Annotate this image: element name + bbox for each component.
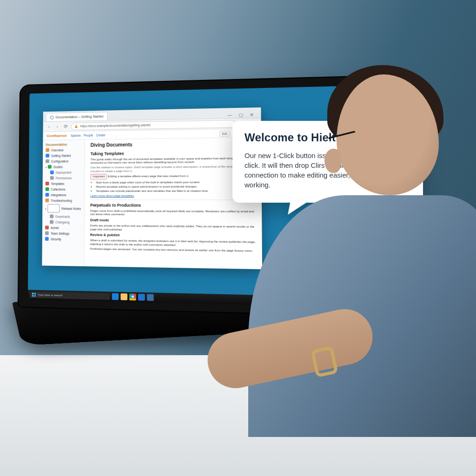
nav-forward-button[interactable]: › xyxy=(54,123,60,130)
nav-back-button[interactable]: ‹ xyxy=(46,123,52,130)
taskbar-edge-icon[interactable] xyxy=(112,293,119,300)
blue-square-icon xyxy=(46,154,49,158)
doc-bullets: Start from a blank page when none of the… xyxy=(90,180,255,193)
sidebar-item-permissions[interactable]: Permissions xyxy=(43,175,84,180)
sidebar-item-label: Permissions xyxy=(56,176,72,179)
sidebar-item-configuration[interactable]: Configuration xyxy=(43,158,84,164)
browser-window: Documentation – Getting Started — ▢ ✕ ‹ … xyxy=(42,107,262,269)
orange-square-icon xyxy=(46,148,49,152)
sidebar-item-label: Templates xyxy=(51,182,65,185)
doc-bullet-1: Start from a blank page when none of the… xyxy=(96,180,256,184)
taskbar-app-icon[interactable] xyxy=(147,294,154,301)
sidebar-item-troubleshooting[interactable]: Troubleshooting xyxy=(42,198,84,203)
doc-p3c: Published pages are versioned. You can c… xyxy=(90,247,256,253)
doc-h3a: Draft mode xyxy=(90,218,256,224)
sidebar-item-getting-started[interactable]: Getting Started xyxy=(43,152,84,159)
chevron-right-icon: ▸ xyxy=(45,207,46,210)
sidebar-item-integrations[interactable]: Integrations xyxy=(42,192,84,198)
sidebar: Documentation OverviewGetting StartedCon… xyxy=(42,140,85,266)
toplink-spaces[interactable]: Spaces xyxy=(71,134,81,137)
doc-link-row: Learn more about page templates xyxy=(90,194,255,198)
windows-start-icon[interactable] xyxy=(32,293,36,297)
sidebar-item-team-settings[interactable]: Team Settings xyxy=(42,231,84,237)
sidebar-item-guides[interactable]: ▸Guides xyxy=(43,164,84,170)
note-badge: Important xyxy=(90,174,107,179)
window-maximize-button[interactable]: ▢ xyxy=(237,112,245,118)
taskbar-search[interactable]: Type here to search xyxy=(30,291,110,300)
sidebar-item-label: Getting Started xyxy=(51,154,71,157)
sidebar-item-label: Overview xyxy=(51,148,63,152)
sidebar-item-label: Integrations xyxy=(51,193,66,196)
sidebar-item-deployment[interactable]: Deployment xyxy=(43,169,84,175)
blue-square-icon xyxy=(45,193,49,197)
sidebar-item-label: Team Settings xyxy=(51,231,69,235)
doc-bullet-3: Templates can include placeholder text a… xyxy=(96,189,255,192)
sidebar-item-label: Guides xyxy=(53,165,63,168)
sidebar-item-overview[interactable]: Overview xyxy=(43,147,84,153)
app-top-links: Spaces People Create xyxy=(71,133,105,137)
green-square-icon xyxy=(48,165,52,169)
globe-icon xyxy=(50,115,54,119)
app-brand: Confluence xyxy=(46,133,67,138)
desk-surface xyxy=(0,355,476,476)
sidebar-item-admin[interactable]: Admin xyxy=(42,225,84,231)
sidebar-item-label: Security xyxy=(51,237,61,240)
app-content: Documentation OverviewGetting StartedCon… xyxy=(42,138,262,269)
doc-p3a: Drafts are private to the author and any… xyxy=(90,224,256,232)
gray-square-icon xyxy=(46,159,49,163)
sidebar-item-label: Release Notes xyxy=(61,207,81,210)
sidebar-item-label: Downloads xyxy=(55,215,70,218)
sidebar-item-changelog[interactable]: Changelog xyxy=(42,219,84,225)
browser-tab-active[interactable]: Documentation – Getting Started xyxy=(46,112,108,121)
doc-h3b: Review & publish xyxy=(90,233,256,239)
sidebar-item-security[interactable]: Security xyxy=(42,236,84,242)
doc-bullet-2: Restrict template editing to space admin… xyxy=(96,185,256,189)
doc-p3b: When a draft is submitted for review, th… xyxy=(90,238,256,248)
red-square-icon xyxy=(46,182,49,185)
chevron-right-icon: ▸ xyxy=(46,165,47,168)
windows-taskbar: Type here to search xyxy=(28,290,366,308)
green-square-icon xyxy=(46,187,49,191)
sidebar-item-collections[interactable]: Collections xyxy=(43,186,85,192)
window-minimize-button[interactable]: — xyxy=(225,112,233,119)
welcome-body: Our new 1-Click button issues a sample a… xyxy=(245,151,411,190)
gray-square-icon xyxy=(45,231,49,235)
orange-square-icon xyxy=(45,198,49,202)
lock-icon: 🔒 xyxy=(74,124,78,128)
blue-square-icon xyxy=(45,237,49,241)
note-text: Editing a template affects every page th… xyxy=(108,174,189,178)
sidebar-item-release-notes[interactable]: ▸Release Notes xyxy=(42,203,84,214)
doc-note: Important Editing a template affects eve… xyxy=(90,173,255,179)
doc-intro-1: This guide walks through the set of docu… xyxy=(91,156,256,165)
sidebar-item-downloads[interactable]: Downloads xyxy=(42,213,84,219)
nav-reload-button[interactable]: ⟳ xyxy=(62,123,69,130)
window-controls: — ▢ ✕ xyxy=(225,110,258,118)
blue-square-icon xyxy=(50,171,54,174)
gray-square-icon xyxy=(50,176,54,180)
toplink-people[interactable]: People xyxy=(84,133,93,137)
welcome-tooltip: Welcome to Hielting Our new 1-Click butt… xyxy=(232,121,423,203)
sidebar-item-templates[interactable]: Templates xyxy=(43,181,85,186)
doc-title: Diving Documents xyxy=(91,140,255,148)
doc-subtitle: Taking Templates xyxy=(91,150,255,157)
sidebar-item-label: Configuration xyxy=(51,159,69,163)
doc-p2: Pages move from draft to published autom… xyxy=(90,209,256,217)
taskbar-chrome-icon[interactable] xyxy=(129,294,136,301)
edit-button[interactable]: Edit xyxy=(219,131,230,137)
welcome-title: Welcome to Hielting xyxy=(245,131,411,144)
sidebar-item-label: Admin xyxy=(51,226,59,229)
toplink-create[interactable]: Create xyxy=(96,133,105,137)
doc-intro-2: Use the sidebar to browse topics. Each t… xyxy=(90,165,255,173)
url-field[interactable]: 🔒 https://docs.example/documentation/get… xyxy=(71,120,236,130)
tab-title: Documentation – Getting Started xyxy=(56,115,104,119)
sidebar-item-label: Troubleshooting xyxy=(51,199,72,202)
sidebar-item-label: Deployment xyxy=(56,171,72,174)
doc-square-icon xyxy=(47,204,60,212)
doc-h2: Perpetuals to Productions xyxy=(90,203,256,208)
red-square-icon xyxy=(45,225,49,229)
taskbar-explorer-icon[interactable] xyxy=(120,293,127,300)
doc-learn-more-link[interactable]: Learn more about page templates xyxy=(90,194,134,197)
gray-square-icon xyxy=(50,220,53,224)
taskbar-mail-icon[interactable] xyxy=(138,294,145,301)
window-close-button[interactable]: ✕ xyxy=(248,112,256,118)
